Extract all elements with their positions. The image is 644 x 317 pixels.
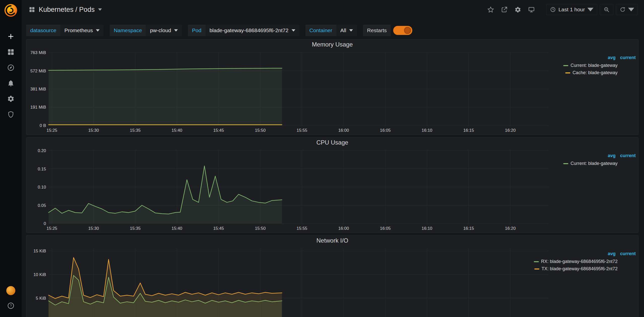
svg-text:15:40: 15:40 — [172, 226, 182, 231]
dashboard-settings-button[interactable] — [512, 4, 524, 15]
legend-headers: avgcurrent — [553, 251, 636, 256]
legend-sort-current[interactable]: current — [620, 153, 636, 158]
cpu-usage-chart[interactable]: 00.050.100.150.2015:2515:3015:3515:4015:… — [26, 148, 553, 232]
clock-icon — [550, 7, 556, 13]
variable-pod-value[interactable]: blade-gateway-68684695f6-2nt72 — [206, 25, 299, 36]
chevron-down-icon[interactable] — [98, 8, 102, 11]
svg-text:15:25: 15:25 — [47, 128, 57, 133]
chevron-down-icon — [349, 29, 353, 32]
refresh-dashboard-button[interactable] — [616, 4, 638, 15]
svg-text:0.10: 0.10 — [38, 185, 46, 190]
series-color-swatch — [563, 163, 568, 164]
legend-series-label: RX: blade-gateway-68684695f6-2nt72 — [541, 259, 618, 264]
share-dashboard-button[interactable] — [499, 4, 510, 15]
legend-sort-avg[interactable]: avg — [608, 251, 616, 256]
legend-series-label: Cache: blade-gateway — [573, 70, 618, 75]
network-io-chart[interactable]: 0 B5 KiB10 KiB15 KiB15:2515:3015:3515:40… — [26, 246, 553, 317]
series-color-swatch — [534, 268, 539, 269]
panel-memory-usage: Memory Usage 0 B191 MiB381 MiB572 MiB763… — [26, 39, 638, 135]
svg-text:15:50: 15:50 — [255, 226, 266, 231]
plus-icon — [7, 33, 15, 40]
star-dashboard-button[interactable] — [485, 4, 496, 15]
chevron-down-icon[interactable] — [628, 7, 634, 13]
cycle-view-mode-button[interactable] — [526, 4, 537, 15]
panel-body: 0 B5 KiB10 KiB15 KiB15:2515:3015:3515:40… — [26, 246, 638, 317]
variable-datasource: datasource Prometheus — [26, 25, 104, 36]
legend-sort-avg[interactable]: avg — [608, 153, 616, 158]
alerting-bell-icon — [7, 79, 15, 87]
svg-text:16:00: 16:00 — [338, 128, 349, 133]
legend-series-item[interactable]: RX: blade-gateway-68684695f6-2nt72 — [553, 259, 618, 264]
variable-datasource-label: datasource — [26, 25, 60, 36]
legend-series-item[interactable]: Current: blade-gateway — [553, 63, 618, 68]
toggle-knob — [404, 27, 411, 34]
legend-headers: avgcurrent — [553, 55, 636, 60]
svg-text:15:30: 15:30 — [88, 226, 99, 231]
legend-series-item[interactable]: Current: blade-gateway — [553, 161, 618, 166]
variable-namespace-value[interactable]: pw-cloud — [146, 25, 182, 36]
legend-series-label: Current: blade-gateway — [571, 161, 618, 166]
panel-title[interactable]: Memory Usage — [26, 39, 638, 50]
svg-text:16:20: 16:20 — [505, 226, 516, 231]
svg-text:191 MiB: 191 MiB — [30, 105, 46, 110]
svg-text:15:35: 15:35 — [130, 226, 141, 231]
panel-body: 00.050.100.150.2015:2515:3015:3515:4015:… — [26, 148, 638, 233]
sidebar-item-create[interactable] — [6, 32, 16, 41]
memory-usage-chart[interactable]: 0 B191 MiB381 MiB572 MiB763 MiB15:2515:3… — [26, 50, 553, 134]
legend-sort-current[interactable]: current — [620, 55, 636, 60]
gear-icon — [7, 95, 15, 103]
legend-rows: Current: blade-gatewayCache: blade-gatew… — [553, 63, 636, 75]
explore-compass-icon — [7, 64, 15, 71]
chevron-down-icon — [587, 7, 593, 13]
panel-body: 0 B191 MiB381 MiB572 MiB763 MiB15:2515:3… — [26, 50, 638, 134]
monitor-icon — [528, 6, 535, 13]
series-color-swatch — [563, 65, 568, 66]
svg-text:381 MiB: 381 MiB — [30, 87, 46, 92]
legend-series-item[interactable]: TX: blade-gateway-68684695f6-2nt72 — [553, 266, 618, 271]
shield-icon — [7, 111, 15, 118]
user-avatar — [6, 286, 15, 295]
legend-sort-avg[interactable]: avg — [608, 55, 616, 60]
svg-text:0.05: 0.05 — [38, 203, 46, 208]
svg-text:15:55: 15:55 — [297, 226, 307, 231]
cpu-usage-legend: avgcurrentCurrent: blade-gateway — [553, 148, 638, 233]
dashboard-panels: Memory Usage 0 B191 MiB381 MiB572 MiB763… — [22, 39, 644, 317]
svg-text:10 KiB: 10 KiB — [33, 272, 46, 277]
variable-container-value[interactable]: All — [336, 25, 357, 36]
sidebar-item-dashboards[interactable] — [6, 47, 16, 57]
dashboards-grid-icon — [7, 48, 15, 56]
star-icon — [487, 6, 494, 13]
sidebar: ? — [0, 0, 22, 317]
sidebar-item-configuration[interactable] — [6, 94, 16, 104]
sidebar-item-alerting[interactable] — [6, 78, 16, 88]
legend-series-item[interactable]: Cache: blade-gateway — [553, 70, 618, 75]
time-range-picker[interactable]: Last 1 hour — [546, 4, 597, 15]
zoom-out-icon — [603, 7, 610, 13]
legend-rows: RX: blade-gateway-68684695f6-2nt72TX: bl… — [553, 259, 636, 271]
help-question-icon: ? — [7, 302, 15, 309]
panel-title[interactable]: Network I/O — [26, 236, 638, 246]
sidebar-item-profile[interactable] — [6, 286, 16, 295]
chart-svg: 00.050.100.150.2015:2515:3015:3515:4015:… — [26, 148, 553, 232]
panel-cpu-usage: CPU Usage 00.050.100.150.2015:2515:3015:… — [26, 137, 638, 233]
svg-text:5 KiB: 5 KiB — [36, 296, 46, 301]
svg-text:16:10: 16:10 — [422, 226, 432, 231]
share-icon — [501, 6, 508, 13]
sidebar-item-server-admin[interactable] — [6, 110, 16, 119]
variable-pod-label: Pod — [188, 25, 205, 36]
grafana-logo[interactable] — [3, 3, 18, 18]
dashboard-title[interactable]: Kubernetes / Pods — [39, 6, 95, 14]
variable-container-selected: All — [340, 27, 346, 33]
zoom-out-time-button[interactable] — [600, 4, 613, 15]
sidebar-item-explore[interactable] — [6, 63, 16, 72]
svg-text:15:30: 15:30 — [88, 128, 99, 133]
restarts-toggle[interactable] — [393, 26, 412, 35]
variable-container: Container All — [305, 25, 357, 36]
panel-title[interactable]: CPU Usage — [26, 138, 638, 148]
variable-datasource-value[interactable]: Prometheus — [60, 25, 104, 36]
chevron-down-icon — [174, 29, 178, 32]
legend-sort-current[interactable]: current — [620, 251, 636, 256]
sidebar-item-help[interactable]: ? — [6, 301, 16, 310]
variable-namespace: Namespace pw-cloud — [110, 25, 182, 36]
panel-network-io: Network I/O 0 B5 KiB10 KiB15 KiB15:2515:… — [26, 235, 638, 317]
